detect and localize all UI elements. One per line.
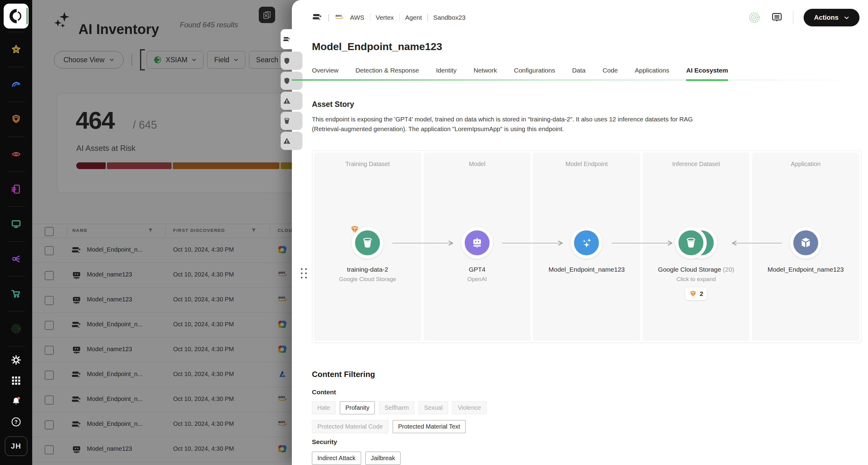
table-row[interactable]: Model_Endpoint_n... Oct 10, 2024, 4:30 P… [32, 412, 306, 437]
sidebar-item-endpoints[interactable] [9, 217, 23, 231]
breadcrumb-item-vertex[interactable]: Vertex [376, 14, 394, 21]
expand-hint[interactable]: Click to expand [676, 276, 716, 283]
tab-configurations[interactable]: Configurations [514, 67, 555, 81]
choose-view-dropdown[interactable]: Choose View [54, 51, 124, 69]
tab-network[interactable]: Network [473, 67, 497, 81]
row-checkbox[interactable] [44, 271, 54, 280]
help-button[interactable]: ? [9, 414, 23, 429]
asset-name[interactable]: Model_Endpoint_n... [87, 246, 143, 253]
sidebar-item-ai[interactable] [9, 322, 23, 336]
node-label[interactable]: Model_Endpoint_name123 [549, 266, 625, 273]
avatar[interactable]: JH [5, 436, 27, 456]
node-inference-dataset-group[interactable] [675, 227, 717, 259]
asset-name[interactable]: Model_name123 [87, 445, 132, 452]
node-label[interactable]: Model_Endpoint_name123 [768, 266, 844, 273]
asset-name[interactable]: Model_name123 [87, 271, 132, 278]
asset-name[interactable]: Model_name123 [87, 346, 132, 353]
field-dropdown[interactable]: Field [207, 51, 245, 69]
table-row[interactable]: Model_name123 Oct 10, 2024, 4:30 PM [32, 337, 306, 362]
row-checkbox[interactable] [44, 246, 54, 255]
sidebar-item-favorites[interactable] [9, 42, 23, 57]
row-checkbox[interactable] [44, 321, 54, 330]
settings-button[interactable] [9, 353, 23, 367]
diagram-column-inference-dataset: Inference Dataset Google Cloud Storage (… [643, 153, 750, 341]
row-checkbox[interactable] [44, 371, 54, 380]
brand-logo[interactable] [4, 4, 29, 29]
ai-assets-at-risk-card[interactable]: 464 / 645 AI Assets at Risk [57, 93, 304, 193]
close-panel-button[interactable] [259, 7, 275, 23]
gem-count-badge[interactable]: 2 [685, 288, 707, 300]
chip-sexual[interactable]: Sexual [418, 401, 448, 414]
tab-detection-response[interactable]: Detection & Response [355, 67, 419, 81]
row-checkbox[interactable] [44, 396, 54, 405]
dataset-bucket-icon [283, 117, 291, 125]
table-row[interactable]: Model_Endpoint_n... Oct 10, 2024, 4:30 P… [32, 238, 306, 263]
tab-ai-ecosystem[interactable]: AI Ecosystem [686, 67, 728, 81]
notifications-button[interactable] [9, 394, 23, 408]
table-row[interactable] [32, 462, 306, 465]
node-model[interactable] [461, 227, 493, 259]
chip-protected-material-code[interactable]: Protected Material Code [312, 420, 389, 433]
asset-name[interactable]: Model_Endpoint_n... [87, 396, 143, 402]
sidebar-item-reports[interactable] [9, 182, 23, 196]
panel-resize-handle[interactable] [301, 268, 307, 278]
row-checkbox[interactable] [44, 420, 54, 430]
filter-icon[interactable] [251, 228, 256, 234]
column-header-name[interactable]: NAME [72, 228, 88, 233]
table-row[interactable]: Model_Endpoint_n... Oct 10, 2024, 4:30 P… [32, 387, 306, 412]
row-checkbox[interactable] [44, 296, 54, 305]
chip-hate[interactable]: Hate [312, 401, 336, 414]
apps-button[interactable] [9, 373, 23, 388]
table-row[interactable]: Model_Endpoint_n... Oct 10, 2024, 4:30 P… [32, 312, 306, 337]
table-row[interactable]: Model_name123 Oct 10, 2024, 4:30 PM aws [32, 288, 306, 312]
rail-tab-alert[interactable] [281, 132, 303, 150]
node-application[interactable] [790, 227, 822, 259]
gem-badge-icon [350, 225, 360, 234]
column-header-first-discovered[interactable]: FIRST DISCOVERED [173, 228, 225, 233]
select-all-checkbox[interactable] [44, 227, 54, 236]
actions-button[interactable]: Actions [804, 9, 860, 26]
model-icon [71, 444, 82, 456]
tab-overview[interactable]: Overview [312, 67, 339, 81]
node-label[interactable]: Google Cloud Storage (20) [658, 266, 734, 273]
sidebar-item-connections[interactable] [9, 252, 23, 266]
node-training-dataset[interactable] [352, 227, 383, 259]
asset-name[interactable]: Model_Endpoint_n... [87, 371, 143, 377]
chip-jailbreak[interactable]: Jailbreak [365, 452, 401, 465]
breadcrumb-item-agent[interactable]: Agent [405, 14, 422, 21]
sidebar-item-visibility[interactable] [9, 147, 23, 162]
table-row[interactable]: Model_Endpoint_n... Oct 10, 2024, 4:30 P… [32, 362, 306, 387]
row-checkbox[interactable] [44, 445, 54, 454]
asset-name[interactable]: Model_Endpoint_n... [87, 321, 143, 328]
node-label[interactable]: training-data-2 [347, 266, 388, 273]
filter-icon[interactable] [148, 228, 153, 234]
asset-date: Oct 10, 2024, 4:30 PM [173, 420, 234, 427]
breadcrumb-item-aws[interactable]: AWS [350, 14, 365, 21]
row-checkbox[interactable] [44, 346, 54, 355]
scope-dropdown[interactable]: XSIAM [147, 51, 204, 69]
tab-identity[interactable]: Identity [436, 67, 457, 81]
chip-profanity[interactable]: Profanity [340, 401, 375, 414]
chip-protected-material-text[interactable]: Protected Material Text [393, 420, 466, 433]
table-row[interactable]: Model_name123 Oct 10, 2024, 4:30 PM aws [32, 263, 306, 288]
asset-name[interactable]: Model_name123 [87, 296, 132, 303]
rail-tab-model-endpoint[interactable] [281, 29, 303, 49]
breadcrumb-item-sandbox23[interactable]: Sandbox23 [433, 14, 466, 21]
rail-tab-alert[interactable] [281, 92, 303, 110]
chip-violence[interactable]: Violence [452, 401, 486, 414]
sidebar-item-protection[interactable] [9, 112, 23, 127]
tab-applications[interactable]: Applications [635, 67, 669, 81]
chip-selfharm[interactable]: Selfharm [379, 401, 414, 414]
sidebar-item-marketplace[interactable] [9, 287, 23, 301]
node-label[interactable]: GPT4 [469, 266, 485, 273]
tab-code[interactable]: Code [602, 67, 618, 81]
rail-tab-dataset[interactable] [281, 112, 303, 130]
ai-insights-button[interactable] [748, 11, 761, 24]
asset-name[interactable]: Model_Endpoint_n... [87, 420, 143, 427]
node-model-endpoint[interactable] [571, 227, 602, 259]
chip-indirect-attack[interactable]: Indirect Attack [312, 452, 361, 465]
table-row[interactable]: Model_name123 Oct 10, 2024, 4:30 PM [32, 437, 306, 462]
sidebar-item-insights[interactable] [9, 77, 23, 92]
comments-button[interactable] [771, 12, 783, 23]
tab-data[interactable]: Data [572, 67, 586, 81]
